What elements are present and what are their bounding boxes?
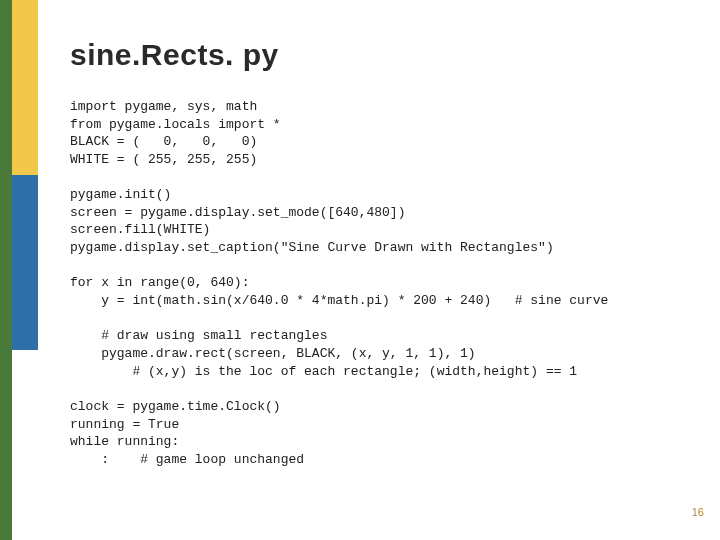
code-block-draw: # draw using small rectangles pygame.dra… — [70, 327, 690, 380]
sidebar-green-stripe — [0, 0, 12, 540]
page-title: sine.Rects. py — [70, 38, 690, 72]
code-block-init: pygame.init() screen = pygame.display.se… — [70, 186, 690, 256]
code-block-gameloop: clock = pygame.time.Clock() running = Tr… — [70, 398, 690, 468]
sidebar-yellow-block — [12, 0, 38, 175]
slide-content: sine.Rects. py import pygame, sys, math … — [70, 38, 690, 468]
code-block-imports: import pygame, sys, math from pygame.loc… — [70, 98, 690, 168]
page-number: 16 — [692, 506, 704, 518]
sidebar-blue-block — [12, 175, 38, 350]
sidebar-stripe — [0, 0, 40, 540]
code-block-loop: for x in range(0, 640): y = int(math.sin… — [70, 274, 690, 309]
